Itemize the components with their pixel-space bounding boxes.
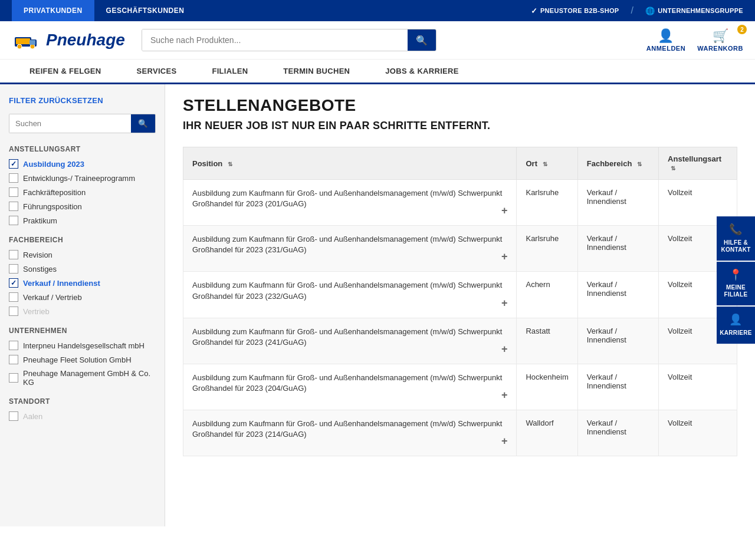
karriere-btn[interactable]: 👤 KARRIERE	[717, 307, 755, 344]
filter-unternehmen: UNTERNEHMEN Interpneu Handelsgesellschaf…	[9, 327, 156, 387]
nav-reifen[interactable]: REIFEN & FELGEN	[12, 60, 119, 83]
header-actions: 👤 ANMELDEN 🛒 2 WARENKORB	[646, 28, 743, 52]
checkbox-interpneu[interactable]	[9, 341, 18, 350]
sort-position-icon[interactable]: ⇅	[228, 161, 232, 167]
job4-ort: Rastatt	[517, 318, 577, 364]
sort-fachbereich-icon[interactable]: ⇅	[637, 161, 642, 167]
checkbox-revision[interactable]	[9, 250, 18, 259]
label-revision: Revision	[23, 251, 52, 259]
hilfe-btn[interactable]: 📞 HILFE &KONTAKT	[717, 216, 755, 261]
checkbox-ausbildung2023[interactable]	[9, 159, 18, 169]
checkbox-management[interactable]	[9, 373, 18, 383]
expand-job4-btn[interactable]: +	[501, 343, 508, 355]
expand-job5-btn[interactable]: +	[501, 389, 508, 401]
checkbox-praktikum[interactable]	[9, 216, 18, 225]
col-fachbereich[interactable]: Fachbereich ⇅	[577, 147, 658, 180]
filter-sonstiges[interactable]: Sonstiges	[9, 264, 156, 274]
filter-entwicklung[interactable]: Entwicklungs-/ Traineeprogramm	[9, 173, 156, 183]
filter-standort: STANDORT Aalen	[9, 397, 156, 421]
top-bar-divider: /	[631, 5, 633, 16]
header: Pneuhage 🔍 👤 ANMELDEN 🛒 2 WARENKORB	[0, 21, 755, 60]
b2bshop-icon: ✓	[531, 6, 537, 15]
checkbox-fuehrung[interactable]	[9, 202, 18, 211]
filter-praktikum[interactable]: Praktikum	[9, 216, 156, 225]
filter-interpneu[interactable]: Interpneu Handelsgesellschaft mbH	[9, 341, 156, 350]
checkbox-aalen[interactable]	[9, 411, 18, 421]
col-position[interactable]: Position ⇅	[183, 147, 517, 180]
job2-position: Ausbildung zum Kaufmann für Groß- und Au…	[183, 226, 517, 272]
logo-area[interactable]: Pneuhage	[12, 30, 130, 51]
search-button[interactable]: 🔍	[408, 29, 436, 51]
filter-aalen[interactable]: Aalen	[9, 411, 156, 421]
filter-anstellungsart: ANSTELLUNGSART Ausbildung 2023 Entwicklu…	[9, 145, 156, 225]
checkbox-verkauf-innendienst[interactable]	[9, 278, 18, 288]
filter-fachbereich: FACHBEREICH Revision Sonstiges Verkauf /…	[9, 236, 156, 316]
filter-reset-btn[interactable]: FILTER ZURÜCKSETZEN	[9, 96, 156, 105]
expand-job3-btn[interactable]: +	[501, 297, 508, 309]
logo-text: Pneuhage	[46, 31, 125, 50]
job4-position: Ausbildung zum Kaufmann für Groß- und Au…	[183, 318, 517, 364]
checkbox-fleet[interactable]	[9, 355, 18, 364]
expand-job1-btn[interactable]: +	[501, 205, 508, 217]
table-row[interactable]: Ausbildung zum Kaufmann für Groß- und Au…	[183, 226, 737, 272]
checkbox-vertrieb[interactable]	[9, 307, 18, 316]
job2-ort: Karlsruhe	[517, 226, 577, 272]
checkbox-fachkraefte[interactable]	[9, 187, 18, 197]
table-row[interactable]: Ausbildung zum Kaufmann für Groß- und Au…	[183, 180, 737, 226]
table-row[interactable]: Ausbildung zum Kaufmann für Groß- und Au…	[183, 364, 737, 410]
filter-fleet[interactable]: Pneuhage Fleet Solution GmbH	[9, 355, 156, 364]
user-icon: 👤	[658, 28, 674, 44]
col-ort[interactable]: Ort ⇅	[517, 147, 577, 180]
standort-title: STANDORT	[9, 397, 156, 406]
warenkorb-action[interactable]: 🛒 2 WARENKORB	[697, 28, 743, 52]
b2bshop-link[interactable]: ✓ PNEUSTORE B2B-SHOP	[531, 6, 619, 15]
privatkunden-btn[interactable]: PRIVATKUNDEN	[12, 0, 94, 21]
sort-ort-icon[interactable]: ⇅	[543, 161, 547, 167]
filiale-btn[interactable]: 📍 MEINEFILIALE	[717, 262, 755, 306]
search-icon: 🔍	[416, 35, 428, 45]
sidebar-search-btn[interactable]: 🔍	[131, 114, 155, 133]
location-icon: 📍	[729, 269, 742, 282]
checkbox-sonstiges[interactable]	[9, 264, 18, 274]
unternehmensgruppe-link[interactable]: 🌐 UNTERNEHMENSGRUPPE	[645, 6, 743, 15]
checkbox-entwicklung[interactable]	[9, 173, 18, 183]
nav-termin[interactable]: TERMIN BUCHEN	[265, 60, 367, 83]
filter-fachkraefte[interactable]: Fachkräfteposition	[9, 187, 156, 197]
nav-filialen[interactable]: FILIALEN	[194, 60, 265, 83]
filter-verkauf-vertrieb[interactable]: Verkauf / Vertrieb	[9, 292, 156, 302]
hilfe-label: HILFE &KONTAKT	[721, 239, 750, 253]
sidebar-search-input[interactable]	[9, 114, 131, 133]
filter-ausbildung2023[interactable]: Ausbildung 2023	[9, 159, 156, 169]
label-management: Pneuhage Management GmbH & Co. KG	[23, 369, 156, 387]
filter-management[interactable]: Pneuhage Management GmbH & Co. KG	[9, 369, 156, 387]
filter-vertrieb[interactable]: Vertrieb	[9, 307, 156, 316]
label-fachkraefte: Fachkräfteposition	[23, 188, 86, 197]
expand-job2-btn[interactable]: +	[501, 251, 508, 263]
table-row[interactable]: Ausbildung zum Kaufmann für Groß- und Au…	[183, 410, 737, 456]
nav-services[interactable]: SERVICES	[119, 60, 195, 83]
table-row[interactable]: Ausbildung zum Kaufmann für Groß- und Au…	[183, 318, 737, 364]
page-subtitle: IHR NEUER JOB IST NUR EIN PAAR SCHRITTE …	[183, 120, 737, 132]
job1-position: Ausbildung zum Kaufmann für Groß- und Au…	[183, 180, 517, 226]
filter-fuehrung[interactable]: Führungsposition	[9, 202, 156, 211]
main-nav: REIFEN & FELGEN SERVICES FILIALEN TERMIN…	[0, 60, 755, 84]
cart-icon: 🛒	[713, 28, 728, 44]
filter-revision[interactable]: Revision	[9, 250, 156, 259]
svg-point-2	[17, 44, 22, 49]
anmelden-action[interactable]: 👤 ANMELDEN	[646, 28, 685, 52]
filiale-label: MEINEFILIALE	[724, 284, 748, 298]
job6-fachbereich: Verkauf / Innendienst	[577, 410, 658, 456]
col-anstellungsart[interactable]: Anstellungsart ⇅	[659, 147, 737, 180]
expand-job6-btn[interactable]: +	[501, 435, 508, 447]
table-row[interactable]: Ausbildung zum Kaufmann für Groß- und Au…	[183, 272, 737, 318]
jobs-table: Position ⇅ Ort ⇅ Fachbereich ⇅ Anstellun…	[183, 147, 737, 456]
nav-jobs[interactable]: JOBS & KARRIERE	[367, 60, 476, 83]
search-input[interactable]	[142, 29, 408, 51]
warenkorb-label: WARENKORB	[697, 45, 743, 52]
search-area: 🔍	[142, 29, 436, 51]
label-aalen: Aalen	[23, 412, 42, 421]
checkbox-verkauf-vertrieb[interactable]	[9, 292, 18, 302]
geschaeftskunden-btn[interactable]: GESCHÄFTSKUNDEN	[94, 0, 196, 21]
sort-anstellungsart-icon[interactable]: ⇅	[671, 165, 675, 172]
filter-verkauf-innendienst[interactable]: Verkauf / Innendienst	[9, 278, 156, 288]
